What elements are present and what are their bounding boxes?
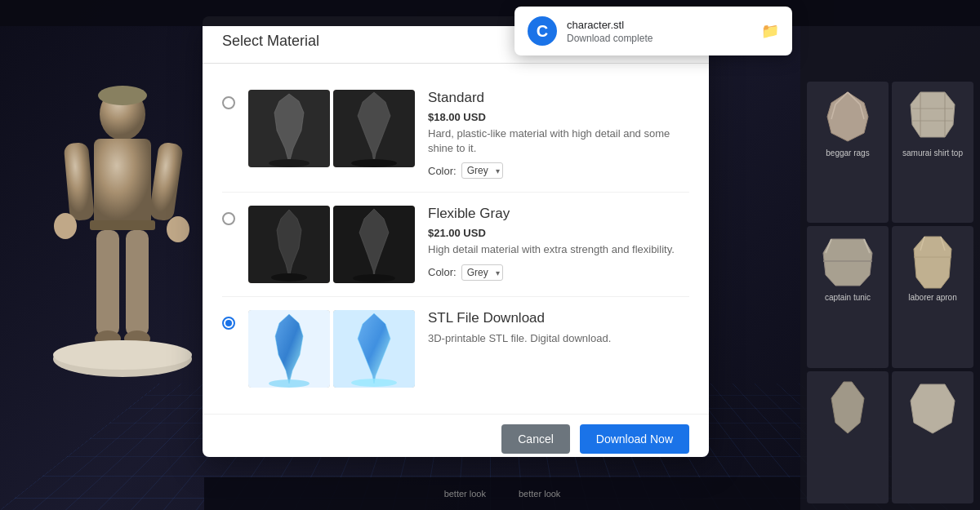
material-price: $18.00 USD: [428, 111, 689, 123]
svg-point-31: [351, 379, 397, 387]
list-item[interactable]: laborer apron: [892, 226, 973, 367]
material-color: Color: Grey: [428, 162, 689, 179]
radio-flexible[interactable]: [222, 212, 235, 225]
material-name: Standard: [428, 90, 689, 106]
svg-point-21: [269, 159, 310, 167]
svg-point-6: [54, 213, 77, 239]
material-info-flexible: Flexible Gray $21.00 USD High detail mat…: [428, 206, 689, 280]
open-folder-icon[interactable]: 📁: [761, 22, 779, 40]
radio-stl[interactable]: [222, 317, 235, 330]
svg-point-1: [98, 86, 147, 105]
material-info-stl: STL File Download 3D-printable STL file.…: [428, 310, 689, 353]
material-desc: 3D-printable STL file. Digital download.: [428, 331, 689, 346]
bottom-link-2[interactable]: better look: [519, 489, 560, 499]
modal-body: Standard $18.00 USD Hard, plastic-like m…: [203, 64, 709, 414]
bottom-link-1[interactable]: better look: [444, 489, 486, 499]
list-item[interactable]: samurai shirt top: [892, 82, 973, 223]
download-info: character.stl Download complete: [567, 19, 751, 44]
color-select-flexible[interactable]: Grey: [461, 264, 503, 281]
cancel-button[interactable]: Cancel: [501, 424, 570, 454]
material-option-standard[interactable]: Standard $18.00 USD Hard, plastic-like m…: [222, 77, 689, 193]
svg-rect-8: [96, 230, 119, 336]
material-info-standard: Standard $18.00 USD Hard, plastic-like m…: [428, 90, 689, 179]
color-select-wrap[interactable]: Grey: [461, 264, 503, 281]
material-img-1: [248, 90, 330, 167]
color-select-standard[interactable]: Grey: [461, 162, 503, 179]
bottom-bar: better look better look: [204, 477, 800, 510]
svg-point-23: [351, 159, 397, 167]
armor-item-label: samurai shirt top: [902, 149, 963, 157]
material-desc: High detail material with extra strength…: [428, 242, 689, 257]
armor-item-label: captain tunic: [825, 293, 871, 302]
material-images-flexible: [248, 206, 415, 283]
material-price: $21.00 USD: [428, 227, 689, 239]
svg-rect-2: [94, 139, 151, 228]
material-images-stl: [248, 310, 415, 388]
right-panel: beggar rags samurai shirt top captain tu…: [800, 0, 980, 510]
armor-item-label: beggar rags: [826, 149, 869, 157]
download-notification: C character.stl Download complete 📁: [514, 7, 792, 55]
material-option-flexible[interactable]: Flexible Gray $21.00 USD High detail mat…: [222, 193, 689, 297]
radio-standard[interactable]: [222, 96, 235, 109]
color-select-wrap[interactable]: Grey: [461, 162, 503, 179]
armor-item-label: laborer apron: [908, 293, 956, 302]
svg-point-7: [167, 216, 189, 242]
select-material-modal: Select Material: [203, 16, 709, 457]
material-desc: Hard, plastic-like material with high de…: [428, 126, 689, 156]
list-item[interactable]: [892, 371, 973, 503]
material-name: STL File Download: [428, 310, 689, 326]
download-filename: character.stl: [567, 19, 751, 31]
material-option-stl[interactable]: STL File Download 3D-printable STL file.…: [222, 297, 689, 401]
svg-rect-9: [126, 230, 149, 336]
material-img-flex-2: [333, 206, 415, 283]
svg-rect-3: [90, 220, 155, 230]
material-name: Flexible Gray: [428, 206, 689, 222]
svg-point-27: [353, 274, 395, 282]
svg-point-29: [269, 379, 310, 388]
svg-point-25: [271, 273, 307, 282]
character-figure: [33, 69, 212, 461]
material-img-flex-1: [248, 206, 330, 283]
svg-rect-4: [64, 142, 95, 221]
top-bar: Union ▾ Armor Rarity New!: [0, 0, 980, 26]
svg-rect-5: [149, 141, 184, 221]
download-app-icon: C: [528, 16, 557, 46]
material-img-stl-1: [248, 310, 330, 388]
list-item[interactable]: [807, 371, 889, 503]
material-images-standard: [248, 90, 415, 167]
download-now-button[interactable]: Download Now: [580, 424, 689, 454]
modal-footer: Cancel Download Now: [203, 414, 709, 457]
svg-point-13: [53, 340, 192, 370]
list-item[interactable]: captain tunic: [807, 226, 889, 367]
material-img-stl-2: [333, 310, 415, 388]
list-item[interactable]: beggar rags: [807, 82, 889, 223]
material-img-2: [333, 90, 415, 167]
download-status: Download complete: [567, 33, 751, 44]
material-color: Color: Grey: [428, 264, 689, 281]
